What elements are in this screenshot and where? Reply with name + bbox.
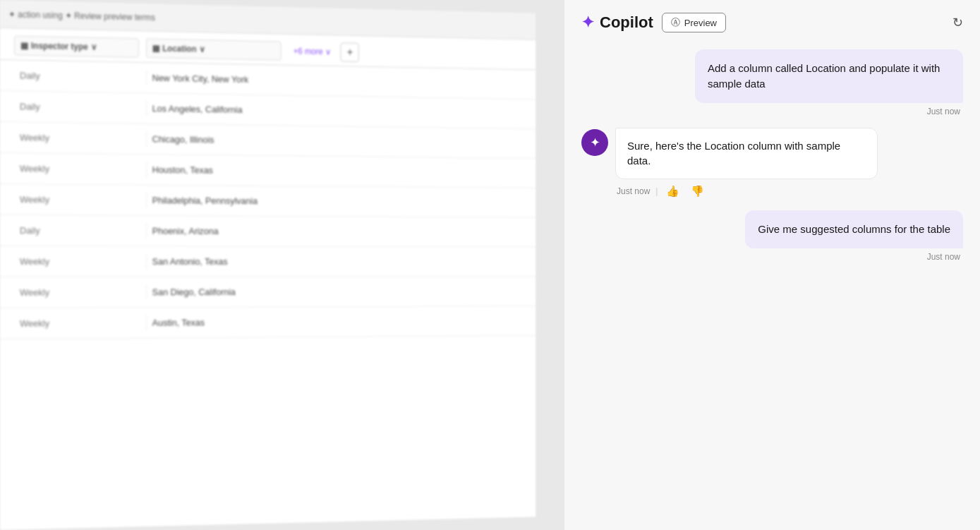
copilot-title: ✦ Copilot xyxy=(581,13,653,32)
cell-location: Houston, Texas xyxy=(146,162,282,179)
table-row: Weekly Austin, Texas xyxy=(0,306,536,339)
user-bubble-1: Add a column called Location and populat… xyxy=(695,49,963,103)
more-columns-button[interactable]: +6 more ∨ xyxy=(288,42,337,62)
table-row: Weekly San Antonio, Texas xyxy=(0,246,536,277)
preview-a-icon: Ⓐ xyxy=(671,16,680,29)
thumbs-up-icon: 👍 xyxy=(666,185,679,197)
table-row: Weekly Houston, Texas xyxy=(0,153,536,188)
user-message-1-text: Add a column called Location and populat… xyxy=(708,62,940,90)
thumbs-down-icon: 👎 xyxy=(691,185,704,197)
cell-inspector: Weekly xyxy=(14,284,139,301)
refresh-icon: ↻ xyxy=(952,16,963,30)
table-icon: ▦ xyxy=(20,41,28,51)
copilot-title-text: Copilot xyxy=(600,13,653,32)
inspector-type-column-header[interactable]: ▦ Inspector type ∨ xyxy=(14,35,139,57)
copilot-sparkle-icon: ✦ xyxy=(581,13,594,32)
cell-inspector: Weekly xyxy=(14,253,139,270)
bot-sparkle-icon: ✦ xyxy=(590,135,600,150)
location-column-header[interactable]: ▦ Location ∨ xyxy=(146,38,282,60)
top-bar-text: ✦ action using ✦ Review preview terms xyxy=(8,9,155,23)
add-column-button[interactable]: + xyxy=(341,42,359,62)
bot-message-1: ✦ Sure, here's the Location column with … xyxy=(581,128,878,200)
spreadsheet-panel: ✦ action using ✦ Review preview terms ▦ … xyxy=(0,0,536,530)
action-separator: | xyxy=(655,186,658,196)
add-col-label: + xyxy=(347,46,353,59)
table-row: Weekly Chicago, Illinois xyxy=(0,122,536,159)
table-row: Daily Phoenix, Arizona xyxy=(0,215,536,247)
cell-location: Los Angeles, California xyxy=(146,100,282,118)
user-message-2-text: Give me suggested columns for the table xyxy=(758,223,950,235)
location-table-icon: ▦ xyxy=(152,43,160,53)
thumbs-down-button[interactable]: 👎 xyxy=(688,183,707,199)
cell-location: San Diego, California xyxy=(146,284,282,300)
cell-inspector: Daily xyxy=(14,98,139,116)
chevron-down-icon: ∨ xyxy=(91,42,97,52)
user-bubble-2: Give me suggested columns for the table xyxy=(745,210,963,248)
thumbs-up-button[interactable]: 👍 xyxy=(663,183,682,199)
inspector-col-label: Inspector type xyxy=(31,41,88,52)
copilot-header: ✦ Copilot Ⓐ Preview ↻ xyxy=(564,0,980,42)
bot-bubble-wrap: Sure, here's the Location column with sa… xyxy=(615,128,878,200)
cell-inspector: Weekly xyxy=(14,129,139,147)
chat-area: Add a column called Location and populat… xyxy=(564,42,980,530)
bot-bubble-1: Sure, here's the Location column with sa… xyxy=(615,128,878,180)
more-label: +6 more xyxy=(294,47,323,56)
cell-location: Philadelphia, Pennsylvania xyxy=(146,192,282,209)
user-message-2: Give me suggested columns for the table … xyxy=(745,210,963,262)
cell-location: Phoenix, Arizona xyxy=(146,223,282,239)
cell-inspector: Weekly xyxy=(14,191,139,208)
cell-inspector: Weekly xyxy=(14,315,139,332)
refresh-button[interactable]: ↻ xyxy=(952,15,963,30)
more-chevron-icon: ∨ xyxy=(325,47,331,57)
cell-location: Chicago, Illinois xyxy=(146,131,282,149)
bot-message-1-text: Sure, here's the Location column with sa… xyxy=(627,140,840,167)
bot-actions: Just now | 👍 👎 xyxy=(615,183,878,199)
user-message-1: Add a column called Location and populat… xyxy=(695,49,963,116)
location-chevron-icon: ∨ xyxy=(199,44,205,54)
cell-location: Austin, Texas xyxy=(146,314,282,331)
preview-label: Preview xyxy=(684,18,717,28)
user-message-2-time: Just now xyxy=(745,252,963,262)
table-row: Weekly San Diego, California xyxy=(0,277,536,308)
user-message-1-time: Just now xyxy=(695,107,963,116)
preview-badge[interactable]: Ⓐ Preview xyxy=(662,13,726,32)
cell-inspector: Weekly xyxy=(14,160,139,177)
table-body: Daily New York City, New York Daily Los … xyxy=(0,60,536,339)
copilot-panel: ✦ Copilot Ⓐ Preview ↻ Add a column calle… xyxy=(564,0,980,530)
cell-location: New York City, New York xyxy=(146,70,282,88)
cell-location: San Antonio, Texas xyxy=(146,253,282,270)
bot-avatar: ✦ xyxy=(581,129,608,156)
table-area: ▦ Inspector type ∨ ▦ Location ∨ +6 more … xyxy=(0,28,536,347)
bot-message-1-time: Just now xyxy=(617,186,650,196)
cell-inspector: Daily xyxy=(14,67,139,85)
table-row: Weekly Philadelphia, Pennsylvania xyxy=(0,184,536,218)
cell-inspector: Daily xyxy=(14,222,139,239)
location-col-label: Location xyxy=(162,44,196,54)
